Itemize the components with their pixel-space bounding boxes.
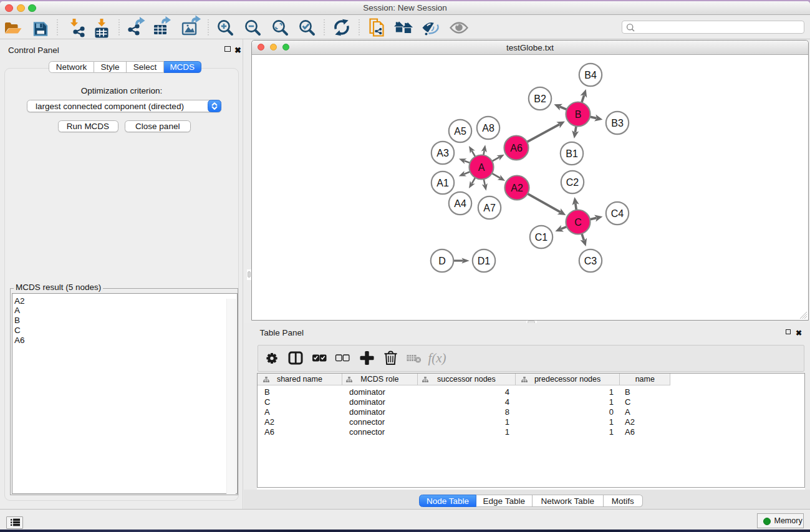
- svg-text:C: C: [574, 217, 582, 228]
- svg-text:A6: A6: [510, 143, 523, 153]
- svg-text:C2: C2: [566, 177, 579, 188]
- svg-text:A4: A4: [454, 198, 466, 209]
- svg-text:A3: A3: [436, 148, 449, 158]
- svg-text:D1: D1: [478, 256, 491, 266]
- svg-text:C3: C3: [584, 256, 597, 266]
- svg-text:A: A: [478, 162, 485, 173]
- svg-text:A2: A2: [511, 183, 523, 193]
- svg-text:A7: A7: [483, 203, 496, 213]
- svg-text:B: B: [575, 109, 582, 120]
- svg-text:B4: B4: [584, 70, 597, 80]
- svg-text:D: D: [438, 256, 446, 266]
- svg-text:A5: A5: [454, 126, 466, 137]
- svg-text:B1: B1: [566, 148, 578, 159]
- svg-text:C4: C4: [611, 208, 624, 219]
- svg-text:A8: A8: [482, 123, 494, 133]
- svg-text:A1: A1: [436, 178, 449, 188]
- svg-text:f(x): f(x): [428, 351, 446, 365]
- svg-text:B3: B3: [611, 118, 624, 128]
- svg-text:B2: B2: [534, 94, 546, 104]
- svg-text:C1: C1: [535, 232, 548, 243]
